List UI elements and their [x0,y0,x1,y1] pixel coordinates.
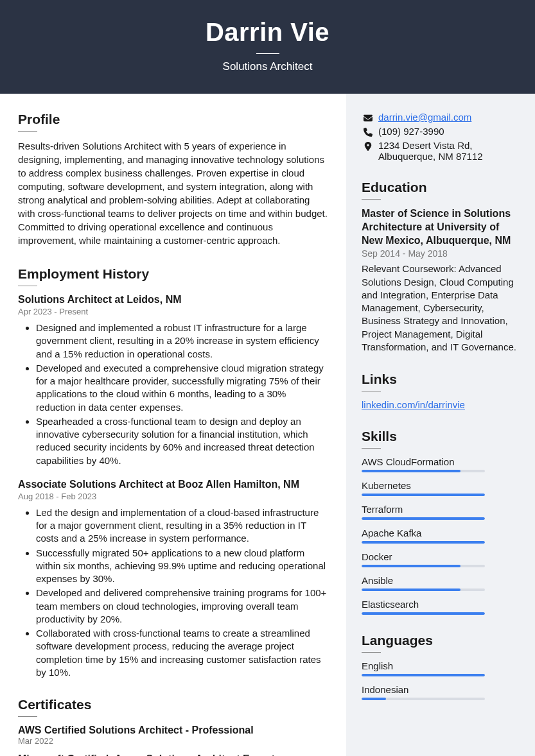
profile-heading: Profile [18,112,328,127]
skill-name: AWS CloudFormation [362,456,520,467]
skill-item: Terraform [362,504,520,520]
contact-section: darrin.vie@gmail.com (109) 927-3990 1234… [362,112,520,162]
resume-header: Darrin Vie Solutions Architect [0,0,535,94]
contact-phone-row: (109) 927-3990 [362,126,520,137]
employment-heading: Employment History [18,266,328,282]
address-text: 1234 Desert Vista Rd, Albuquerque, NM 87… [378,140,520,162]
profile-text: Results-driven Solutions Architect with … [18,139,328,247]
skill-bar [362,517,485,520]
certificate-title: AWS Certified Solutions Architect - Prof… [18,725,328,736]
job-bullets: Led the design and implementation of a c… [18,506,328,679]
skill-bar [362,541,485,544]
location-icon [362,140,374,151]
skill-bar-fill [362,565,460,567]
section-underline [18,286,37,286]
section-underline [362,448,381,449]
skill-name: Terraform [362,504,520,515]
education-date: Sep 2014 - May 2018 [362,248,520,259]
job-entry: Solutions Architect at Leidos, NMApr 202… [18,294,328,467]
skill-bar [362,565,485,567]
languages-section: Languages EnglishIndonesian [362,633,520,700]
language-bar [362,674,485,676]
skill-name: Elasticsearch [362,599,520,610]
section-underline [362,652,381,653]
skill-bar-fill [362,517,485,520]
skill-item: Apache Kafka [362,528,520,544]
section-underline [362,199,381,200]
person-title: Solutions Architect [13,60,522,73]
job-bullet: Led the design and implementation of a c… [36,506,328,546]
email-icon [362,112,374,123]
skill-item: Ansible [362,575,520,591]
job-bullets: Designed and implemented a robust IT inf… [18,322,328,467]
language-name: Indonesian [362,684,520,695]
skill-bar-fill [362,612,485,615]
section-underline [362,391,381,391]
links-section: Links linkedin.com/in/darrinvie [362,372,520,411]
contact-address-row: 1234 Desert Vista Rd, Albuquerque, NM 87… [362,140,520,162]
certificates-section: Certificates AWS Certified Solutions Arc… [18,697,328,756]
person-name: Darrin Vie [13,18,522,47]
certificates-heading: Certificates [18,697,328,712]
skill-bar [362,470,485,472]
job-date: Aug 2018 - Feb 2023 [18,492,328,501]
skill-item: Docker [362,551,520,567]
language-bar-fill [362,674,485,676]
job-title: Associate Solutions Architect at Booz Al… [18,479,328,490]
phone-icon [362,126,374,137]
skill-item: Kubernetes [362,480,520,496]
phone-text: (109) 927-3990 [378,126,444,137]
certificate-entry: AWS Certified Solutions Architect - Prof… [18,725,328,746]
job-entry: Associate Solutions Architect at Booz Al… [18,479,328,679]
email-link[interactable]: darrin.vie@gmail.com [378,112,471,123]
job-bullet: Developed and delivered comprehensive tr… [36,587,328,626]
skill-bar-fill [362,494,485,496]
language-bar-fill [362,698,386,700]
education-section: Education Master of Science in Solutions… [362,180,520,354]
skill-bar [362,612,485,615]
language-item: English [362,660,520,676]
certificate-date: Mar 2022 [18,736,328,746]
skills-section: Skills AWS CloudFormationKubernetesTerra… [362,429,520,615]
job-bullet: Designed and implemented a robust IT inf… [36,322,328,361]
job-bullet: Collaborated with cross-functional teams… [36,627,328,679]
language-item: Indonesian [362,684,520,700]
section-underline [18,716,37,717]
contact-email-row: darrin.vie@gmail.com [362,112,520,123]
skills-heading: Skills [362,429,520,444]
languages-heading: Languages [362,633,520,648]
skill-bar [362,588,485,591]
skill-name: Kubernetes [362,480,520,491]
skill-bar-fill [362,541,485,544]
certificate-title: Microsoft Certified: Azure Solutions Arc… [18,753,328,756]
language-name: English [362,660,520,671]
profile-section: Profile Results-driven Solutions Archite… [18,112,328,247]
education-degree: Master of Science in Solutions Architect… [362,207,520,247]
job-title: Solutions Architect at Leidos, NM [18,294,328,305]
section-underline [18,131,37,132]
skill-item: AWS CloudFormation [362,456,520,472]
sidebar-column: darrin.vie@gmail.com (109) 927-3990 1234… [346,94,535,756]
skill-bar-fill [362,470,460,472]
education-heading: Education [362,180,520,195]
education-desc: Relevant Coursework: Advanced Solutions … [362,262,520,354]
skill-bar-fill [362,588,460,591]
language-bar [362,698,485,700]
skill-name: Ansible [362,575,520,586]
links-heading: Links [362,372,520,387]
certificate-entry: Microsoft Certified: Azure Solutions Arc… [18,753,328,756]
main-column: Profile Results-driven Solutions Archite… [0,94,346,756]
skill-name: Docker [362,551,520,562]
employment-section: Employment History Solutions Architect a… [18,266,328,679]
job-bullet: Successfully migrated 50+ applications t… [36,547,328,586]
job-date: Apr 2023 - Present [18,307,328,316]
job-bullet: Developed and executed a comprehensive c… [36,362,328,414]
header-divider [256,53,279,54]
skill-item: Elasticsearch [362,599,520,615]
link-item[interactable]: linkedin.com/in/darrinvie [362,399,465,410]
skill-name: Apache Kafka [362,528,520,538]
job-bullet: Spearheaded a cross-functional team to d… [36,415,328,467]
skill-bar [362,494,485,496]
